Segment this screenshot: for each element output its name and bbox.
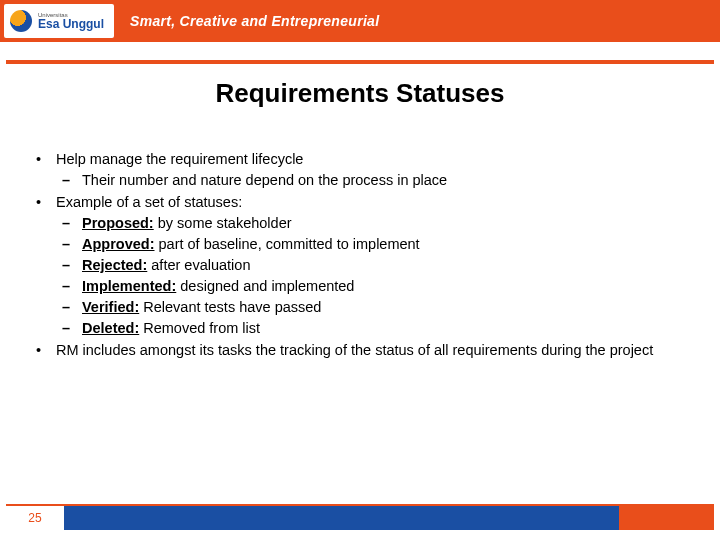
- slide-title: Requirements Statuses: [0, 78, 720, 109]
- status-term: Approved:: [82, 236, 155, 252]
- bullet-item: RM includes amongst its tasks the tracki…: [30, 340, 690, 361]
- status-item: Approved: part of baseline, committed to…: [56, 234, 690, 255]
- footer-bar: 25: [6, 506, 714, 530]
- logo-text: Universitas Esa Unggul: [38, 12, 104, 31]
- footer-blue-bar: [64, 506, 619, 530]
- status-term: Implemented:: [82, 278, 176, 294]
- footer-orange-block: [619, 506, 714, 530]
- bullet-text: Example of a set of statuses:: [56, 194, 242, 210]
- bullet-item: Example of a set of statuses: Proposed: …: [30, 192, 690, 339]
- status-item: Verified: Relevant tests have passed: [56, 297, 690, 318]
- status-item: Proposed: by some stakeholder: [56, 213, 690, 234]
- divider: [6, 60, 714, 64]
- slide-content: Help manage the requirement lifecycle Th…: [0, 109, 720, 361]
- status-term: Deleted:: [82, 320, 139, 336]
- logo-mark-icon: [10, 10, 32, 32]
- status-item: Rejected: after evaluation: [56, 255, 690, 276]
- status-term: Rejected:: [82, 257, 147, 273]
- status-desc: after evaluation: [147, 257, 250, 273]
- status-item: Deleted: Removed from list: [56, 318, 690, 339]
- footer: 25: [0, 504, 720, 530]
- page-number: 25: [6, 506, 64, 530]
- status-item: Implemented: designed and implemented: [56, 276, 690, 297]
- sub-bullet-text: Their number and nature depend on the pr…: [82, 172, 447, 188]
- sub-bullet-item: Their number and nature depend on the pr…: [56, 170, 690, 191]
- university-logo: Universitas Esa Unggul: [4, 4, 114, 38]
- bullet-text: RM includes amongst its tasks the tracki…: [56, 342, 653, 358]
- bullet-text: Help manage the requirement lifecycle: [56, 151, 303, 167]
- logo-main-label: Esa Unggul: [38, 18, 104, 31]
- status-desc: by some stakeholder: [154, 215, 292, 231]
- status-desc: Removed from list: [139, 320, 260, 336]
- status-desc: designed and implemented: [176, 278, 354, 294]
- header-bar: Universitas Esa Unggul Smart, Creative a…: [0, 0, 720, 42]
- status-term: Proposed:: [82, 215, 154, 231]
- status-desc: part of baseline, committed to implement: [155, 236, 420, 252]
- bullet-item: Help manage the requirement lifecycle Th…: [30, 149, 690, 191]
- tagline: Smart, Creative and Entrepreneurial: [130, 13, 379, 29]
- status-term: Verified:: [82, 299, 139, 315]
- status-desc: Relevant tests have passed: [139, 299, 321, 315]
